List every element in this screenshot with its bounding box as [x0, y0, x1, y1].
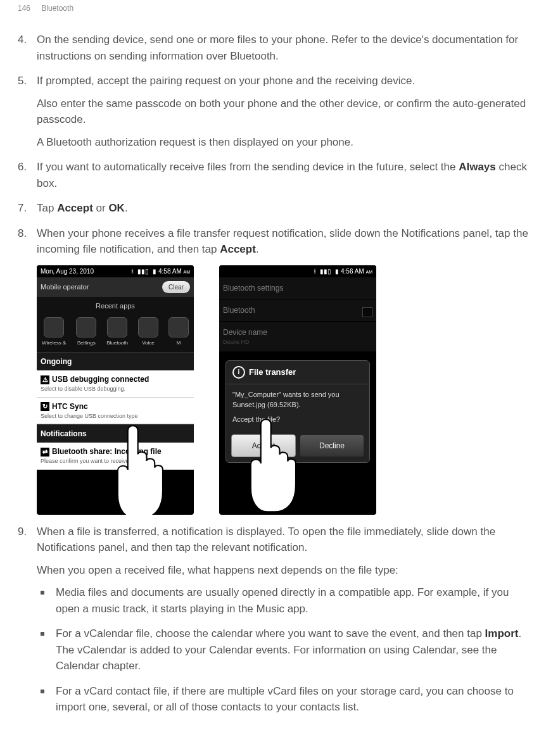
signal-icon-2: ▮▮▯ [320, 267, 331, 276]
recent-apps-row: Wireless & Settings Bluetooth Voice M [37, 315, 194, 352]
signal-icon: ▮▮▯ [137, 267, 149, 276]
step-7-b2: OK [108, 202, 125, 214]
clear-button[interactable]: Clear [162, 281, 190, 293]
step-7-mid: or [93, 202, 109, 214]
recent-apps-label: Recent apps [37, 297, 194, 315]
step-8: When your phone receives a file transfer… [18, 225, 528, 515]
bt-settings-label: Bluetooth settings [223, 282, 372, 294]
screenshot-dialog: ᚼ ▮▮▯ ▮ 4:56 AM AM Bluetooth settings Bl… [219, 265, 376, 515]
bluetooth-icon-2: ᚼ [313, 267, 317, 276]
usb-debugging-row[interactable]: ⚠USB debugging connected Select to disab… [37, 370, 194, 398]
bullet-media: Media files and documents are usually op… [37, 584, 528, 617]
status-date: Mon, Aug 23, 2010 [41, 267, 94, 276]
warning-icon: ⚠ [41, 375, 49, 384]
step-7-b1: Accept [57, 202, 93, 214]
operator-label: Mobile operator [41, 282, 89, 293]
step-8-pre: When your phone receives a file transfer… [37, 227, 528, 256]
step-5-p2: Also enter the same passcode on both you… [37, 96, 528, 128]
ongoing-header: Ongoing [37, 352, 194, 370]
app-settings[interactable]: Settings [76, 317, 96, 347]
device-name-value: Desire HD [223, 338, 372, 347]
bluetooth-icon: ᚼ [130, 267, 134, 276]
app-wireless[interactable]: Wireless & [42, 317, 66, 347]
app-voice[interactable]: Voice [138, 317, 158, 347]
page-number: 146 [18, 4, 39, 13]
bt-share-icon: ⇄ [41, 448, 49, 457]
app-voice-label: Voice [142, 340, 155, 346]
bullet-vcalendar: For a vCalendar file, choose the calenda… [37, 626, 528, 674]
dialog-header: i File transfer [226, 361, 369, 384]
step-7: Tap Accept or OK. [18, 200, 528, 217]
status-time-2: 4:56 AM [341, 268, 364, 275]
step-7-pre: Tap [37, 202, 57, 214]
bt-checkbox[interactable] [362, 307, 372, 317]
bullet-vcal-bold: Import [485, 627, 519, 639]
bt-toggle-row[interactable]: Bluetooth [219, 299, 376, 322]
bullet-media-text: Media files and documents are usually op… [56, 586, 509, 615]
screenshot-notifications: Mon, Aug 23, 2010 ᚼ ▮▮▯ ▮ 4:58 AM AM Mob… [37, 265, 194, 515]
app-settings-label: Settings [77, 340, 96, 346]
step-9-p2: When you open a received file, what happ… [37, 562, 528, 579]
section-title: Bluetooth [41, 4, 73, 13]
sync-title: HTC Sync [52, 402, 88, 411]
step-4: On the sending device, send one or more … [18, 32, 528, 64]
usb-title: USB debugging connected [52, 375, 149, 384]
step-6-pre: If you want to automatically receive fil… [37, 161, 459, 173]
usb-sub: Select to disable USB debugging. [41, 385, 190, 394]
step-9: When a file is transferred, a notificati… [18, 524, 528, 715]
dialog-line1: "My_Computer" wants to send you Sunset.j… [232, 389, 363, 410]
step-5: If prompted, accept the pairing request … [18, 73, 528, 150]
step-8-post: . [256, 243, 259, 255]
operator-bar: Mobile operator Clear [37, 277, 194, 297]
bullet-vcal-pre: For a vCalendar file, choose the calenda… [56, 627, 485, 639]
step-5-p3: A Bluetooth authorization request is the… [37, 134, 528, 151]
step-4-text: On the sending device, send one or more … [37, 34, 518, 62]
page-header: 146 Bluetooth [18, 0, 528, 32]
hand-pointer-icon [106, 417, 176, 515]
am-label: AM [184, 270, 191, 274]
am-label-2: AM [366, 270, 373, 274]
battery-icon: ▮ [153, 267, 156, 276]
decline-button[interactable]: Decline [300, 434, 364, 457]
step-6: If you want to automatically receive fil… [18, 159, 528, 191]
step-9-text: When a file is transferred, a notificati… [37, 526, 495, 554]
step-7-post: . [125, 202, 128, 214]
app-wireless-label: Wireless & [42, 340, 66, 346]
screenshot-row: Mon, Aug 23, 2010 ᚼ ▮▮▯ ▮ 4:58 AM AM Mob… [37, 265, 528, 515]
bt-settings-title: Bluetooth settings [219, 277, 376, 299]
app-bluetooth-label: Bluetooth [106, 340, 128, 346]
step-6-bold: Always [459, 161, 496, 173]
bullet-vcard-text: For a vCard contact file, if there are m… [56, 685, 514, 714]
info-icon: i [232, 366, 245, 379]
app-more[interactable]: M [168, 317, 189, 347]
step-8-bold: Accept [220, 243, 256, 255]
device-name-label: Device name [223, 327, 372, 338]
app-bluetooth[interactable]: Bluetooth [106, 317, 128, 347]
status-bar: Mon, Aug 23, 2010 ᚼ ▮▮▯ ▮ 4:58 AM AM [37, 265, 194, 277]
device-name-row[interactable]: Device name Desire HD [219, 322, 376, 353]
sync-icon: ↻ [41, 402, 49, 411]
battery-icon-2: ▮ [335, 267, 339, 276]
hand-pointer-icon-2 [239, 411, 309, 515]
dialog-title: File transfer [249, 366, 296, 379]
status-bar-2: ᚼ ▮▮▯ ▮ 4:56 AM AM [219, 265, 376, 277]
status-time: 4:58 AM [158, 268, 182, 275]
bullet-vcard: For a vCard contact file, if there are m… [37, 683, 528, 715]
app-more-label: M [177, 340, 181, 346]
bt-label: Bluetooth [223, 305, 372, 316]
step-5-text: If prompted, accept the pairing request … [37, 75, 415, 87]
